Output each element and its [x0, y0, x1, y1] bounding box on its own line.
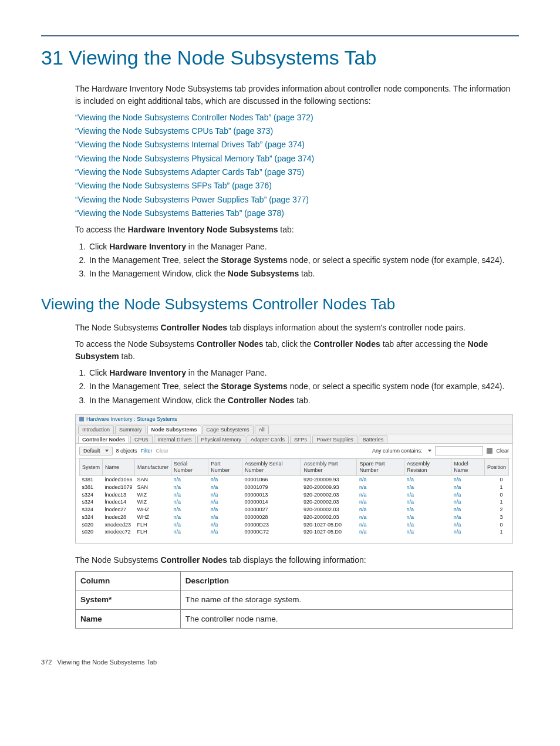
- subtab-sfps[interactable]: SFPs: [290, 436, 311, 444]
- clear-search-link[interactable]: Clear: [496, 448, 509, 454]
- col-serial-number[interactable]: Serial Number: [171, 459, 208, 476]
- table-row[interactable]: s020xnodeed23FLHn/an/a00000D23920-1027-0…: [80, 521, 509, 529]
- table-header-row: Column Description: [76, 571, 513, 590]
- link-controller-nodes[interactable]: “Viewing the Node Subsystems Controller …: [75, 113, 313, 122]
- cell-asm_serial: 00000027: [242, 506, 301, 514]
- cell-mfr: FLH: [135, 521, 171, 529]
- table-row[interactable]: s324lnodec14WIZn/an/a00000014920-200002.…: [80, 498, 509, 506]
- step: Click Hardware Inventory in the Manager …: [88, 367, 513, 379]
- tb: Node Subsystems: [228, 269, 299, 278]
- col-model-name[interactable]: Model Name: [451, 459, 485, 476]
- col-system[interactable]: System: [80, 459, 103, 476]
- tab-node-subsystems[interactable]: Node Subsystems: [147, 426, 201, 434]
- t: In the Management Tree, select the: [89, 382, 221, 391]
- screenshot-controller-nodes: Hardware Inventory : Storage Systems Int…: [75, 414, 513, 544]
- cell-system: s381: [80, 475, 103, 483]
- cell-asm_part: 920-200002.03: [301, 498, 357, 506]
- filter-link[interactable]: Filter: [141, 448, 153, 454]
- t: To access the Node Subsystems: [75, 339, 197, 349]
- text-bold: Hardware Inventory Node Subsystems: [128, 225, 278, 234]
- cell-pos: 2: [484, 506, 508, 514]
- t: node, or select a specific system node (…: [288, 255, 505, 265]
- table-row[interactable]: s020xnodeec72FLHn/an/a00000C72920-1027-0…: [80, 528, 509, 536]
- cell-part: n/a: [208, 484, 242, 491]
- tab-cage-subsystems[interactable]: Cage Subsystems: [203, 426, 254, 434]
- cell-description: The name of the storage system.: [180, 590, 512, 610]
- cell-model: n/a: [451, 514, 485, 521]
- cell-asm_rev: n/a: [404, 475, 451, 483]
- cell-pos: 1: [484, 528, 508, 536]
- link-power-supplies[interactable]: “Viewing the Node Subsystems Power Suppl…: [75, 195, 309, 204]
- cell-serial: n/a: [171, 475, 208, 483]
- export-icon[interactable]: [487, 448, 492, 454]
- chevron-down-icon[interactable]: [428, 450, 431, 452]
- view-selector-label: Default: [83, 448, 100, 454]
- table-row[interactable]: s324lnodec28WHZn/an/a00000028920-200002.…: [80, 514, 509, 521]
- cell-serial: n/a: [171, 528, 208, 536]
- col-asm-part[interactable]: Assembly Part Number: [301, 459, 357, 476]
- page-number: 372: [41, 659, 52, 666]
- link-physical-memory[interactable]: “Viewing the Node Subsystems Physical Me…: [75, 154, 314, 163]
- col-asm-rev[interactable]: Assembly Revision: [404, 459, 451, 476]
- section2-p1: The Node Subsystems Controller Nodes tab…: [75, 322, 513, 333]
- cell-mfr: WIZ: [135, 498, 171, 506]
- tb: Hardware Inventory: [109, 242, 186, 251]
- search-input[interactable]: [435, 446, 483, 455]
- section-links: “Viewing the Node Subsystems Controller …: [75, 112, 513, 219]
- cell-spare: n/a: [357, 498, 404, 506]
- tab-all[interactable]: All: [255, 426, 269, 434]
- col-part-number[interactable]: Part Number: [208, 459, 242, 476]
- cell-system: s020: [80, 521, 103, 529]
- cell-asm_rev: n/a: [404, 491, 451, 499]
- link-cpus[interactable]: “Viewing the Node Subsystems CPUs Tab” (…: [75, 126, 273, 136]
- link-internal-drives[interactable]: “Viewing the Node Subsystems Internal Dr…: [75, 140, 305, 149]
- t: In the Management Window, click the: [89, 396, 228, 405]
- clear-filter-link[interactable]: Clear: [156, 448, 169, 454]
- cell-asm_rev: n/a: [404, 498, 451, 506]
- link-batteries[interactable]: “Viewing the Node Subsystems Batteries T…: [75, 208, 284, 218]
- cell-model: n/a: [451, 521, 485, 529]
- cell-asm_part: 920-200002.03: [301, 514, 357, 521]
- tab-summary[interactable]: Summary: [115, 426, 146, 434]
- col-manufacturer[interactable]: Manufacturer: [135, 459, 171, 476]
- cell-column: Name: [76, 609, 181, 629]
- table-row[interactable]: s324lnodec27WHZn/an/a00000027920-200002.…: [80, 506, 509, 514]
- cell-asm_serial: 00001079: [242, 484, 301, 491]
- subtab-physical-memory[interactable]: Physical Memory: [197, 436, 246, 444]
- t: In the Management Window, click the: [89, 269, 228, 278]
- tb: Controller Nodes: [313, 339, 380, 349]
- subtab-cpus[interactable]: CPUs: [130, 436, 153, 444]
- subtab-batteries[interactable]: Batteries: [359, 436, 388, 444]
- col-name[interactable]: Name: [103, 459, 135, 476]
- col-asm-serial[interactable]: Assembly Serial Number: [242, 459, 301, 476]
- table-row[interactable]: s324lnodec13WIZn/an/a00000013920-200002.…: [80, 491, 509, 499]
- cell-serial: n/a: [171, 491, 208, 499]
- cell-asm_part: 920-1027-05.D0: [301, 528, 357, 536]
- subtab-power-supplies[interactable]: Power Supplies: [312, 436, 357, 444]
- cell-asm_rev: n/a: [404, 528, 451, 536]
- cell-name: lnodec28: [103, 514, 135, 521]
- view-selector[interactable]: Default: [79, 447, 113, 455]
- subtab-internal-drives[interactable]: Internal Drives: [154, 436, 196, 444]
- col-position[interactable]: Position: [484, 459, 508, 476]
- cell-system: s324: [80, 491, 103, 499]
- section2-title: Viewing the Node Subsystems Controller N…: [41, 293, 519, 316]
- controller-nodes-table: System Name Manufacturer Serial Number P…: [79, 458, 509, 536]
- link-sfps[interactable]: “Viewing the Node Subsystems SFPs Tab” (…: [75, 181, 272, 190]
- col-spare-part[interactable]: Spare Part Number: [357, 459, 404, 476]
- access-steps-1: Click Hardware Inventory in the Manager …: [88, 241, 513, 280]
- footer-text: Viewing the Node Subsystems Tab: [58, 659, 157, 666]
- subtab-controller-nodes[interactable]: Controller Nodes: [78, 436, 129, 444]
- cell-model: n/a: [451, 491, 485, 499]
- subtab-adapter-cards[interactable]: Adapter Cards: [247, 436, 289, 444]
- table-row[interactable]: s381inoded1066SANn/an/a00001066920-20000…: [80, 475, 509, 483]
- table-header-row: System Name Manufacturer Serial Number P…: [80, 459, 509, 476]
- tab-introduction[interactable]: Introduction: [78, 426, 114, 434]
- cell-mfr: SAN: [135, 484, 171, 491]
- any-column-label: Any column contains:: [372, 448, 423, 454]
- cell-pos: 1: [484, 484, 508, 491]
- cell-pos: 1: [484, 498, 508, 506]
- access-instruction: To access the Hardware Inventory Node Su…: [75, 224, 513, 235]
- link-adapter-cards[interactable]: “Viewing the Node Subsystems Adapter Car…: [75, 167, 304, 177]
- table-row[interactable]: s381inoded1079SANn/an/a00001079920-20000…: [80, 484, 509, 491]
